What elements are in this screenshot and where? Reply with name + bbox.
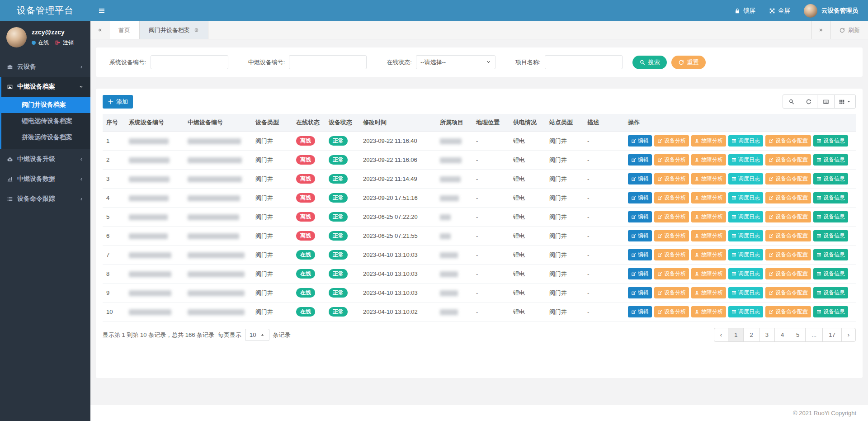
action-edit-button[interactable]: 编辑 <box>628 192 652 203</box>
action-edit-button[interactable]: 编辑 <box>628 154 652 166</box>
action-dispatch-log-button[interactable]: 调度日志 <box>728 173 763 184</box>
project-name-input[interactable] <box>545 55 623 69</box>
action-device-command-config-button[interactable]: 设备命令配置 <box>765 135 811 147</box>
action-device-analysis-button[interactable]: 设备分析 <box>654 154 689 166</box>
lock-screen-button[interactable]: 锁屏 <box>734 7 755 15</box>
refresh-icon <box>678 59 684 66</box>
action-device-command-config-button[interactable]: 设备命令配置 <box>765 287 811 298</box>
action-device-info-button[interactable]: 设备信息 <box>813 135 848 147</box>
action-fault-analysis-button[interactable]: 故障分析 <box>691 135 726 147</box>
action-device-command-config-button[interactable]: 设备命令配置 <box>765 154 811 166</box>
action-device-info-button[interactable]: 设备信息 <box>813 154 848 166</box>
pagination-page-1[interactable]: 1 <box>728 328 744 342</box>
fullscreen-button[interactable]: 全屏 <box>769 7 790 15</box>
action-fault-analysis-button[interactable]: 故障分析 <box>691 211 726 222</box>
sidebar-item-command-tracking[interactable]: 设备命令跟踪 <box>0 189 90 209</box>
action-device-command-config-button[interactable]: 设备命令配置 <box>765 211 811 222</box>
sidebar-item-device-data[interactable]: 中燃设备数据 <box>0 169 90 189</box>
sidebar-item-cloud-device[interactable]: 云设备 <box>0 57 90 77</box>
sidebar-item-device-upgrade[interactable]: 中燃设备升级 <box>0 149 90 169</box>
pagination-page-3[interactable]: 3 <box>759 328 775 342</box>
action-edit-button[interactable]: 编辑 <box>628 249 652 260</box>
action-fault-analysis-button[interactable]: 故障分析 <box>691 192 726 203</box>
online-state-select[interactable]: --请选择-- <box>416 55 495 69</box>
action-dispatch-log-button[interactable]: 调度日志 <box>728 211 763 222</box>
action-device-info-button[interactable]: 设备信息 <box>813 306 848 317</box>
action-device-command-config-button[interactable]: 设备命令配置 <box>765 230 811 241</box>
action-device-info-button[interactable]: 设备信息 <box>813 211 848 222</box>
add-button[interactable]: 添加 <box>103 95 133 109</box>
action-dispatch-log-button[interactable]: 调度日志 <box>728 306 763 317</box>
pagination-page-2[interactable]: 2 <box>743 328 759 342</box>
toggle-search-button[interactable] <box>783 95 800 109</box>
action-fault-analysis-button[interactable]: 故障分析 <box>691 287 726 298</box>
action-device-analysis-button[interactable]: 设备分析 <box>654 135 689 147</box>
page-size-select[interactable]: 10 <box>245 329 269 341</box>
action-dispatch-log-button[interactable]: 调度日志 <box>728 192 763 203</box>
action-device-info-button[interactable]: 设备信息 <box>813 268 848 279</box>
action-fault-analysis-button[interactable]: 故障分析 <box>691 249 726 260</box>
tabs-scroll-left-button[interactable] <box>90 21 109 39</box>
action-device-info-button[interactable]: 设备信息 <box>813 173 848 184</box>
action-device-info-button[interactable]: 设备信息 <box>813 287 848 298</box>
action-device-analysis-button[interactable]: 设备分析 <box>654 306 689 317</box>
system-device-no-input[interactable] <box>151 55 228 69</box>
action-device-command-config-button[interactable]: 设备命令配置 <box>765 192 811 203</box>
action-dispatch-log-button[interactable]: 调度日志 <box>728 135 763 147</box>
refresh-table-button[interactable] <box>800 95 817 109</box>
action-device-analysis-button[interactable]: 设备分析 <box>654 230 689 241</box>
pagination-page-5[interactable]: 5 <box>790 328 806 342</box>
pagination-prev-button[interactable]: ‹ <box>714 328 728 342</box>
sidebar-subitem-assembled-remote-archive[interactable]: 拼装远传设备档案 <box>1 129 90 146</box>
action-edit-button[interactable]: 编辑 <box>628 173 652 184</box>
action-device-analysis-button[interactable]: 设备分析 <box>654 268 689 279</box>
action-edit-button[interactable]: 编辑 <box>628 287 652 298</box>
pagination-page-17[interactable]: 17 <box>822 328 841 342</box>
tab-home[interactable]: 首页 <box>109 21 140 39</box>
action-edit-button[interactable]: 编辑 <box>628 306 652 317</box>
search-button[interactable]: 搜索 <box>632 56 667 69</box>
close-tab-icon[interactable] <box>194 28 199 33</box>
action-device-command-config-button[interactable]: 设备命令配置 <box>765 249 811 260</box>
action-device-analysis-button[interactable]: 设备分析 <box>654 192 689 203</box>
columns-button[interactable] <box>834 95 856 109</box>
action-device-info-button[interactable]: 设备信息 <box>813 230 848 241</box>
sidebar-subitem-lithium-remote-archive[interactable]: 锂电远传设备档案 <box>1 113 90 129</box>
action-edit-button[interactable]: 编辑 <box>628 135 652 147</box>
action-edit-button[interactable]: 编辑 <box>628 268 652 279</box>
action-device-command-config-button[interactable]: 设备命令配置 <box>765 268 811 279</box>
user-menu[interactable]: 云设备管理员 <box>804 4 858 18</box>
action-fault-analysis-button[interactable]: 故障分析 <box>691 173 726 184</box>
action-edit-button[interactable]: 编辑 <box>628 211 652 222</box>
action-dispatch-log-button[interactable]: 调度日志 <box>728 287 763 298</box>
action-device-command-config-button[interactable]: 设备命令配置 <box>765 306 811 317</box>
detail-view-button[interactable] <box>817 95 835 109</box>
action-device-command-config-button[interactable]: 设备命令配置 <box>765 173 811 184</box>
action-device-info-button[interactable]: 设备信息 <box>813 192 848 203</box>
action-dispatch-log-button[interactable]: 调度日志 <box>728 230 763 241</box>
reset-button[interactable]: 重置 <box>671 56 706 69</box>
action-device-analysis-button[interactable]: 设备分析 <box>654 211 689 222</box>
sidebar-item-zhongran-archive[interactable]: 中燃设备档案 <box>1 77 90 97</box>
action-edit-button[interactable]: 编辑 <box>628 230 652 241</box>
action-device-analysis-button[interactable]: 设备分析 <box>654 249 689 260</box>
pagination-next-button[interactable]: › <box>841 328 856 342</box>
gas-device-no-input[interactable] <box>289 55 367 69</box>
action-dispatch-log-button[interactable]: 调度日志 <box>728 154 763 166</box>
action-device-analysis-button[interactable]: 设备分析 <box>654 287 689 298</box>
sidebar-toggle-button[interactable] <box>90 0 113 21</box>
refresh-tab-button[interactable]: 刷新 <box>830 21 868 39</box>
action-fault-analysis-button[interactable]: 故障分析 <box>691 154 726 166</box>
action-fault-analysis-button[interactable]: 故障分析 <box>691 230 726 241</box>
logout-link[interactable]: 注销 <box>55 39 74 47</box>
tabs-scroll-right-button[interactable] <box>811 21 830 39</box>
action-device-info-button[interactable]: 设备信息 <box>813 249 848 260</box>
sidebar-subitem-valve-well-archive[interactable]: 阀门井设备档案 <box>1 97 90 113</box>
action-fault-analysis-button[interactable]: 故障分析 <box>691 306 726 317</box>
action-device-analysis-button[interactable]: 设备分析 <box>654 173 689 184</box>
pagination-page-4[interactable]: 4 <box>774 328 790 342</box>
tab-valve-well-archive[interactable]: 阀门井设备档案 <box>140 21 208 39</box>
action-fault-analysis-button[interactable]: 故障分析 <box>691 268 726 279</box>
action-dispatch-log-button[interactable]: 调度日志 <box>728 268 763 279</box>
action-dispatch-log-button[interactable]: 调度日志 <box>728 249 763 260</box>
